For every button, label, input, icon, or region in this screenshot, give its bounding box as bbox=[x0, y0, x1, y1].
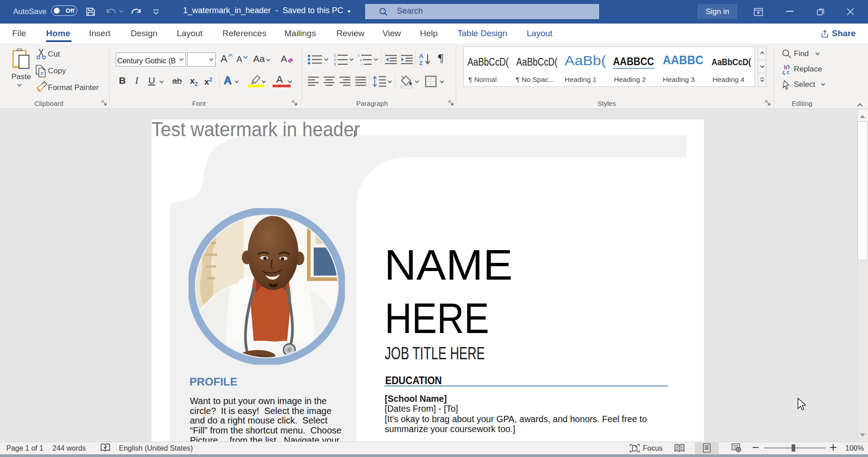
svg-text:1: 1 bbox=[358, 53, 360, 57]
svg-text:a: a bbox=[360, 58, 362, 62]
svg-text:c: c bbox=[787, 69, 790, 76]
svg-text:2: 2 bbox=[334, 57, 336, 62]
svg-text:Z: Z bbox=[419, 60, 423, 66]
svg-text:A: A bbox=[419, 53, 424, 59]
svg-text:i: i bbox=[362, 62, 363, 66]
svg-text:3: 3 bbox=[334, 62, 336, 66]
svg-text:1: 1 bbox=[334, 53, 336, 57]
